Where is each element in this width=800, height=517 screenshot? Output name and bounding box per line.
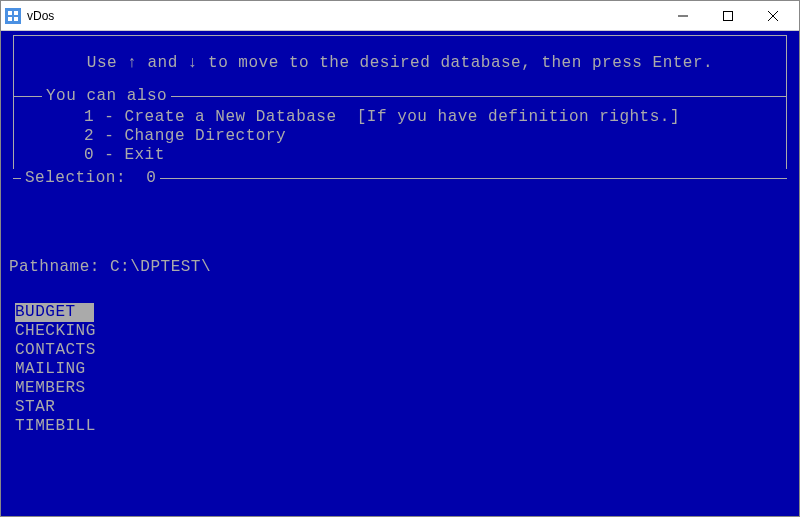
selection-input[interactable]: 0 bbox=[146, 169, 156, 187]
db-item-checking[interactable]: CHECKING bbox=[15, 322, 96, 340]
app-window: vDos Use ↑ and ↓ to move to the desired … bbox=[0, 0, 800, 517]
instruction-text: Use ↑ and ↓ to move to the desired datab… bbox=[14, 36, 786, 87]
maximize-button[interactable] bbox=[705, 2, 750, 30]
terminal-screen: Use ↑ and ↓ to move to the desired datab… bbox=[1, 31, 799, 516]
window-controls bbox=[660, 2, 795, 30]
selection-prompt: Selection: 0 bbox=[21, 169, 160, 188]
minimize-button[interactable] bbox=[660, 2, 705, 30]
svg-rect-2 bbox=[8, 17, 12, 21]
titlebar[interactable]: vDos bbox=[1, 1, 799, 31]
inner-divider-top: You can also bbox=[14, 87, 786, 106]
svg-rect-5 bbox=[723, 11, 732, 20]
pathname-label: Pathname: bbox=[9, 258, 110, 276]
db-item-timebill[interactable]: TIMEBILL bbox=[15, 417, 96, 435]
menu-frame: Use ↑ and ↓ to move to the desired datab… bbox=[13, 35, 787, 188]
db-item-contacts[interactable]: CONTACTS bbox=[15, 341, 96, 359]
inner-legend: You can also bbox=[42, 87, 171, 106]
db-item-budget[interactable]: BUDGET bbox=[15, 303, 94, 322]
pathname-value: C:\DPTEST\ bbox=[110, 258, 211, 276]
window-title: vDos bbox=[27, 9, 660, 23]
menu-item-0[interactable]: 0 - Exit bbox=[14, 146, 786, 165]
svg-rect-1 bbox=[14, 11, 18, 15]
menu-options: 1 - Create a New Database [If you have d… bbox=[14, 106, 786, 169]
menu-item-1[interactable]: 1 - Create a New Database [If you have d… bbox=[14, 108, 786, 127]
db-item-mailing[interactable]: MAILING bbox=[15, 360, 86, 378]
svg-rect-3 bbox=[14, 17, 18, 21]
pathname-row: Pathname: C:\DPTEST\ bbox=[1, 188, 799, 277]
app-icon bbox=[5, 8, 21, 24]
selection-row: Selection: 0 bbox=[13, 169, 787, 188]
svg-rect-0 bbox=[8, 11, 12, 15]
db-item-members[interactable]: MEMBERS bbox=[15, 379, 86, 397]
db-item-star[interactable]: STAR bbox=[15, 398, 55, 416]
database-list: BUDGET CHECKING CONTACTS MAILING MEMBERS… bbox=[1, 277, 799, 436]
close-button[interactable] bbox=[750, 2, 795, 30]
selection-label: Selection: bbox=[25, 169, 146, 187]
menu-item-2[interactable]: 2 - Change Directory bbox=[14, 127, 786, 146]
